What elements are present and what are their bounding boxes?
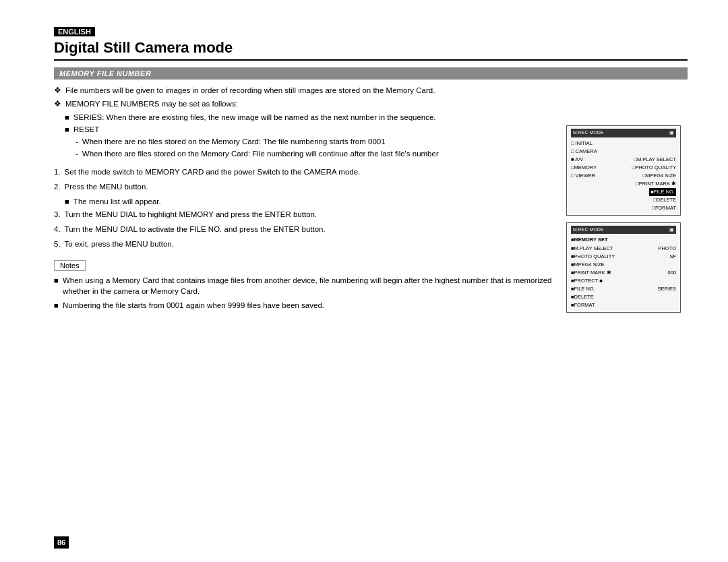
step-num-3: 3. [54,209,61,220]
menu-mpeg4-size: □MPEG4 SIZE [642,172,676,180]
menu-row2-playselect: ■M.PLAY SELECT PHOTO [571,245,676,253]
menu-file-no: ■FILE NO. [649,188,676,196]
bullet-square-1: ■ [65,112,69,123]
memory-set-label: ■MEMORY SET [571,236,676,243]
menu-initial: □ INITIAL [571,139,593,148]
menu-row-camera: □ CAMERA [571,148,676,156]
menu-row2-fileno: ■FILE NO. SERIES [571,285,676,293]
page: ENGLISH Digital Still Camera mode MEMORY… [0,0,728,562]
menu-row-delete: □DELETE [571,196,676,204]
menu-row-format: □FORMAT [571,204,676,212]
step-text-5: To exit, press the MENU button. [65,239,174,249]
bullet-diamond-2: ❖ [54,98,61,109]
menu2-protect: ■PROTECT ■ [571,277,603,285]
step-text-1: Set the mode switch to MEMORY CARD and t… [65,166,361,177]
dash-item-1: - When there are no files stored on the … [75,136,553,147]
dash-text-2: When there are files stored on the Memor… [82,148,439,159]
menu-row2-delete: ■DELETE [571,293,676,301]
menu-title-2: M.REC MODE [573,226,604,234]
sub-bullet-text-2: RESET [73,124,99,135]
menu-header-1: M.REC MODE ▣ [571,129,676,137]
left-column: ❖ File numbers will be given to images i… [54,85,553,314]
step-2: 2. Press the MENU button. [54,181,553,192]
menu-screen-1: M.REC MODE ▣ □ INITIAL □ CAMERA ■ A/V □M… [566,125,681,216]
bullet-item-1: ❖ File numbers will be given to images i… [54,85,553,96]
menu2-photo: PHOTO [658,245,676,253]
step-num-2: 2. [54,181,61,192]
note-sq-2: ■ [54,300,59,311]
menu-row-printmark: □PRINT MARK ✱ [571,180,676,188]
bullet-section: ❖ File numbers will be given to images i… [54,85,553,160]
notes-section: Notes ■ When using a Memory Card that co… [54,256,553,311]
step-num-5: 5. [54,239,61,249]
sub-step-text: The menu list will appear. [73,196,161,207]
menu2-mpeg4: ■MPEG4 SIZE [571,261,605,269]
section-header: MEMORY FILE NUMBER [54,67,688,80]
menu2-photo-quality: ■PHOTO QUALITY [571,253,615,261]
english-badge: ENGLISH [54,27,95,36]
menu2-print-mark: ■PRINT MARK ✱ [571,269,611,277]
note-1: ■ When using a Memory Card that contains… [54,275,553,296]
note-2: ■ Numbering the file starts from 0001 ag… [54,300,553,311]
menu-row2-photoquality: ■PHOTO QUALITY SF [571,253,676,261]
menu2-play-select: ■M.PLAY SELECT [571,245,613,253]
dash-text-1: When there are no files stored on the Me… [82,136,386,147]
menu2-series: SERIES [657,285,676,293]
note-text-1: When using a Memory Card that contains i… [63,275,553,296]
menu-av: ■ A/V [571,156,583,164]
step-2-sub: ■ The menu list will appear. [65,196,553,207]
menu-row2-mpeg4: ■MPEG4 SIZE [571,261,676,269]
menu2-000: 000 [667,269,676,277]
step-5: 5. To exit, press the MENU button. [54,239,553,249]
steps-section: 1. Set the mode switch to MEMORY CARD an… [54,166,553,250]
menu-photo-quality: □PHOTO QUALITY [632,164,676,172]
bullet-square-2: ■ [65,124,69,135]
sub-bullet-text-1: SERIES: When there are existing files, t… [73,112,436,123]
menu-print-mark: □PRINT MARK ✱ [636,180,676,188]
sub-bullet-2: ■ RESET [65,124,553,135]
menu-delete: □DELETE [653,196,676,204]
menu2-delete: ■DELETE [571,293,594,301]
menu-icon-1: ▣ [669,129,674,137]
sub-bullet-1: ■ SERIES: When there are existing files,… [65,112,553,123]
bullet-text-1: File numbers will be given to images in … [65,85,435,96]
menu-row-viewer: □ VIEWER □MPEG4 SIZE [571,172,676,180]
menu2-file-no: ■FILE NO. [571,285,595,293]
bullet-item-2: ❖ MEMORY FILE NUMBERS may be set as foll… [54,98,553,109]
sub-bullet-sq: ■ [65,196,69,207]
step-3: 3. Turn the MENU DIAL to highlight MEMOR… [54,209,553,220]
menu-memory: □MEMORY [571,164,597,172]
note-sq-1: ■ [54,275,59,296]
note-text-2: Numbering the file starts from 0001 agai… [63,300,324,311]
bullet-text-2: MEMORY FILE NUMBERS may be set as follow… [65,98,238,109]
step-text-2: Press the MENU button. [65,181,148,192]
menu-header-2: M.REC MODE ▣ [571,226,676,235]
dash-char-1: - [75,136,78,147]
menu-screen-2: M.REC MODE ▣ ■MEMORY SET ■M.PLAY SELECT … [566,222,681,313]
menu-camera: □ CAMERA [571,148,597,156]
page-title: Digital Still Camera mode [54,39,688,61]
menu2-format: ■FORMAT [571,301,595,309]
menu-viewer: □ VIEWER [571,172,595,180]
menu-row-av: ■ A/V □M.PLAY SELECT [571,156,676,164]
dash-item-2: - When there are files stored on the Mem… [75,148,553,159]
menu-format: □FORMAT [652,204,676,212]
step-1: 1. Set the mode switch to MEMORY CARD an… [54,166,553,177]
page-number: 86 [54,536,69,549]
menu-row2-format: ■FORMAT [571,301,676,309]
step-text-4: Turn the MENU DIAL to activate the FILE … [65,224,326,235]
step-text-3: Turn the MENU DIAL to highlight MEMORY a… [65,209,317,220]
menu-play-select: □M.PLAY SELECT [634,156,676,164]
menu2-sf: SF [669,253,676,261]
step-num-4: 4. [54,224,61,235]
dash-char-2: - [75,148,78,159]
menu-row2-printmark: ■PRINT MARK ✱ 000 [571,269,676,277]
menu-row-fileno: ■FILE NO. [571,188,676,196]
step-num-1: 1. [54,166,61,177]
menu-row-memory: □MEMORY □PHOTO QUALITY [571,164,676,172]
menu-icon-2: ▣ [669,226,674,234]
menu-row2-protect: ■PROTECT ■ [571,277,676,285]
notes-label: Notes [54,260,86,271]
menu-row-initial: □ INITIAL [571,139,676,148]
step-4: 4. Turn the MENU DIAL to activate the FI… [54,224,553,235]
